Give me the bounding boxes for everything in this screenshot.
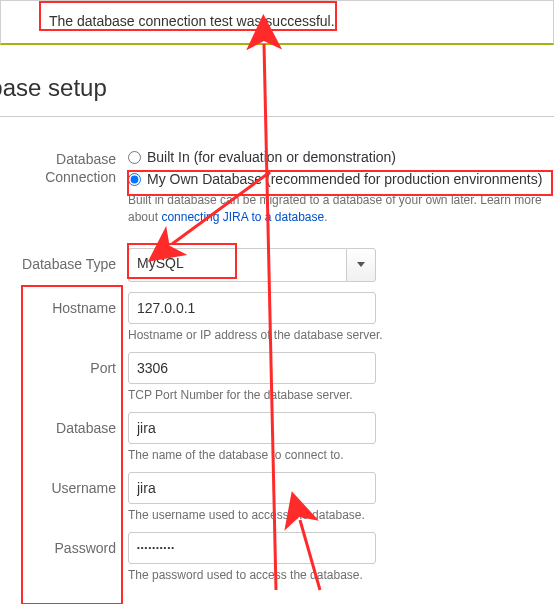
radio-own-label: My Own Database (recommended for product…	[147, 171, 542, 187]
notification-text: The database connection test was success…	[49, 13, 335, 29]
docs-link[interactable]: connecting JIRA to a database	[161, 210, 324, 224]
success-notification: The database connection test was success…	[0, 0, 554, 45]
port-hint: TCP Port Number for the database server.	[128, 388, 376, 402]
port-label: Port	[0, 352, 128, 376]
username-hint: The username used to access the database…	[128, 508, 376, 522]
password-label: Password	[0, 532, 128, 556]
setup-form: Database Connection Built In (for evalua…	[0, 146, 554, 592]
radio-own-database[interactable]: My Own Database (recommended for product…	[128, 168, 546, 190]
password-hint: The password used to access the database…	[128, 568, 376, 582]
divider	[0, 116, 554, 117]
hostname-hint: Hostname or IP address of the database s…	[128, 328, 383, 342]
port-input[interactable]	[128, 352, 376, 384]
connection-hint: Built in database can be migrated to a d…	[128, 192, 546, 226]
page-title: abase setup	[0, 74, 107, 102]
radio-own-input[interactable]	[128, 173, 141, 186]
database-label: Database	[0, 412, 128, 436]
database-hint: The name of the database to connect to.	[128, 448, 376, 462]
dbtype-dropdown-button[interactable]	[346, 248, 376, 282]
dbtype-value: MySQL	[128, 248, 346, 282]
username-label: Username	[0, 472, 128, 496]
database-input[interactable]	[128, 412, 376, 444]
dbtype-label: Database Type	[0, 248, 128, 272]
password-input[interactable]	[128, 532, 376, 564]
radio-builtin-input[interactable]	[128, 151, 141, 164]
connection-label: Database Connection	[0, 146, 128, 186]
radio-builtin-label: Built In (for evaluation or demonstratio…	[147, 149, 396, 165]
hostname-input[interactable]	[128, 292, 376, 324]
dbtype-select[interactable]: MySQL	[128, 248, 376, 282]
hostname-label: Hostname	[0, 292, 128, 316]
radio-builtin[interactable]: Built In (for evaluation or demonstratio…	[128, 146, 546, 168]
username-input[interactable]	[128, 472, 376, 504]
chevron-down-icon	[357, 262, 365, 267]
